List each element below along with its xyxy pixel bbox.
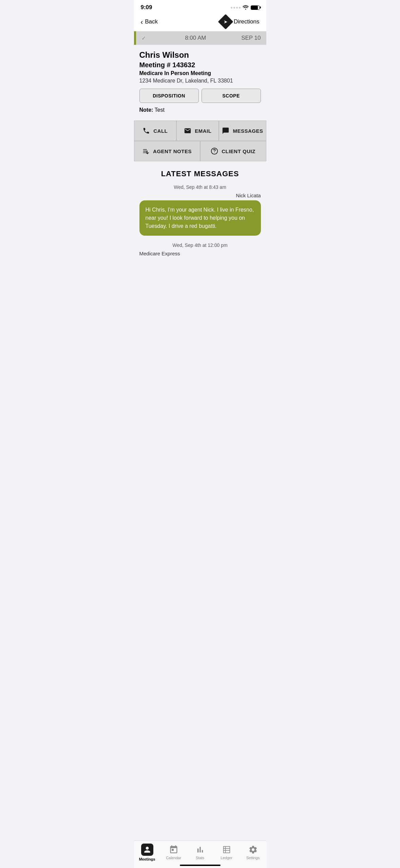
messages-section: LATEST MESSAGES Wed, Sep 4th at 8:43 am …	[134, 161, 266, 263]
messages-icon	[222, 127, 229, 134]
note-value: Test	[155, 107, 165, 113]
icon-buttons-grid: CALL EMAIL MESSAGES AGENT	[134, 121, 266, 161]
back-button[interactable]: ‹ Back	[141, 18, 158, 26]
status-bar: 9:09	[134, 0, 266, 13]
battery-icon	[251, 5, 260, 10]
note-label: Note:	[139, 107, 153, 113]
messages-button[interactable]: MESSAGES	[219, 121, 266, 141]
message2-sender: Medicare Express	[139, 251, 261, 256]
directions-button[interactable]: ➤ Directions	[220, 16, 260, 27]
message1-sender: Nick Licata	[139, 193, 261, 198]
status-icons	[231, 5, 260, 11]
client-quiz-icon	[211, 147, 218, 155]
contact-info: Chris Wilson Meeting # 143632 Medicare I…	[134, 45, 266, 121]
messages-title: LATEST MESSAGES	[139, 169, 261, 178]
agent-notes-label: AGENT NOTES	[153, 148, 192, 154]
email-icon	[184, 127, 191, 134]
signal-icon	[231, 7, 241, 8]
client-quiz-button[interactable]: CLIENT QUIZ	[200, 141, 266, 161]
directions-icon: ➤	[218, 14, 233, 29]
phone-icon	[142, 127, 150, 134]
check-icon: ✓	[141, 35, 146, 41]
email-button[interactable]: EMAIL	[176, 121, 219, 141]
agent-notes-button[interactable]: AGENT NOTES	[134, 141, 200, 161]
meeting-number: Meeting # 143632	[139, 61, 261, 69]
wifi-icon	[243, 5, 249, 11]
time-banner: ✓ 8:00 AM SEP 10	[134, 31, 266, 45]
status-time: 9:09	[141, 4, 152, 11]
svg-rect-0	[147, 151, 148, 152]
call-label: CALL	[153, 128, 168, 134]
action-buttons-row: DISPOSITION SCOPE	[139, 89, 261, 103]
client-quiz-label: CLIENT QUIZ	[222, 148, 255, 154]
directions-label: Directions	[234, 18, 260, 25]
icon-buttons-row-2: AGENT NOTES CLIENT QUIZ	[134, 141, 266, 161]
disposition-button[interactable]: DISPOSITION	[139, 89, 199, 103]
messages-label: MESSAGES	[233, 128, 263, 134]
back-label: Back	[145, 18, 158, 25]
contact-name: Chris Wilson	[139, 50, 261, 60]
scope-button[interactable]: SCOPE	[202, 89, 261, 103]
message1-text: Hi Chris, I'm your agent Nick. I live in…	[146, 206, 255, 230]
banner-date: SEP 10	[241, 35, 261, 41]
meeting-address: 1234 Medicare Dr, Lakeland, FL 33801	[139, 78, 261, 84]
call-button[interactable]: CALL	[134, 121, 176, 141]
message2-timestamp: Wed, Sep 4th at 12:00 pm	[139, 242, 261, 248]
note-row: Note: Test	[139, 107, 261, 113]
message1-bubble: Hi Chris, I'm your agent Nick. I live in…	[139, 200, 261, 236]
nav-header: ‹ Back ➤ Directions	[134, 13, 266, 31]
banner-time: 8:00 AM	[150, 35, 242, 41]
agent-notes-icon	[142, 147, 150, 155]
meeting-type: Medicare In Person Meeting	[139, 70, 261, 76]
chevron-left-icon: ‹	[141, 18, 143, 26]
message1-timestamp: Wed, Sep 4th at 8:43 am	[139, 184, 261, 190]
icon-buttons-row-1: CALL EMAIL MESSAGES	[134, 121, 266, 141]
email-label: EMAIL	[195, 128, 211, 134]
